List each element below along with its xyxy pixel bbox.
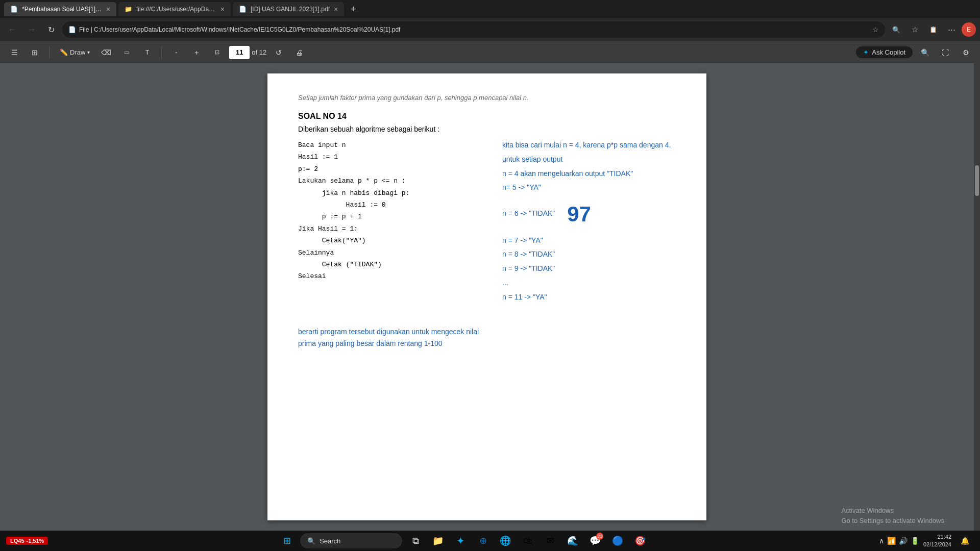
rotate-button[interactable]: ↺ xyxy=(271,44,287,61)
scrollbar-thumb[interactable] xyxy=(975,165,979,196)
tab-title-3: [ID] UAS GANJIL 2023[1].pdf xyxy=(251,6,330,13)
tab-file[interactable]: 📁 file:///C:/Users/user/AppData/Lo... × xyxy=(118,2,231,16)
clock-time: 21:42 xyxy=(923,533,951,541)
select-button[interactable]: ▭ xyxy=(118,44,135,61)
code-block: Baca input n Hasil := 1 p:= 2 Lakukan se… xyxy=(298,139,482,306)
scrollbar[interactable] xyxy=(974,63,980,531)
volume-icon[interactable]: 🔊 xyxy=(899,537,908,545)
mail-taskbar-icon: ✉ xyxy=(547,535,554,546)
activate-line-2: Go to Settings to activate Windows xyxy=(841,516,944,526)
taskbar-chrome2-button[interactable]: 🔵 xyxy=(608,532,627,550)
tab-close-2[interactable]: × xyxy=(220,5,225,13)
taskbar-search-box[interactable]: 🔍 Search xyxy=(300,533,402,548)
big-number: 97 xyxy=(567,202,591,226)
stock-widget[interactable]: LQ45 -1,51% xyxy=(6,537,48,545)
taskbar-explorer-button[interactable]: 📁 xyxy=(429,532,447,550)
edge2-taskbar-icon: 🌊 xyxy=(567,535,578,546)
back-button[interactable]: ← xyxy=(4,21,20,38)
windows-start-button[interactable]: ⊞ xyxy=(278,532,296,550)
taskbar-center: ⊞ 🔍 Search ⧉ 📁 ✦ ⊕ 🌐 🛍 ✉ 🌊 💬 23 xyxy=(51,532,876,550)
page-of-text: of 12 xyxy=(252,48,266,56)
page-navigation: of 12 xyxy=(229,46,266,59)
tab-icon-2: 📁 xyxy=(125,6,132,13)
explorer-icon: 📁 xyxy=(432,535,444,546)
pdf-page-container[interactable]: Setiap jumlah faktor prima yang gundakan… xyxy=(0,63,974,531)
stock-ticker: LQ45 xyxy=(10,538,24,544)
expl-line-8: n = 9 -> "TIDAK" xyxy=(502,263,676,275)
reload-button[interactable]: ↻ xyxy=(43,21,59,38)
chevron-up-icon[interactable]: ∧ xyxy=(879,537,884,545)
draw-icon: ✏️ xyxy=(60,48,68,56)
taskbar-copilot-button[interactable]: ✦ xyxy=(451,532,470,550)
explanation-block: kita bisa cari mulai n = 4, karena p*p s… xyxy=(502,139,676,306)
toolbar-actions: 🔍 ☆ 📋 ⋯ E xyxy=(888,21,976,38)
search-pdf-button[interactable]: 🔍 xyxy=(917,44,933,61)
battery-icon[interactable]: 🔋 xyxy=(911,537,919,545)
taskbar-edge-button[interactable]: ⊕ xyxy=(474,532,492,550)
algorithm-code: Baca input n Hasil := 1 p:= 2 Lakukan se… xyxy=(298,139,482,283)
more-button[interactable]: ⋯ xyxy=(943,21,960,38)
star-icon[interactable]: ☆ xyxy=(872,26,879,34)
activate-windows-watermark: Activate Windows Go to Settings to activ… xyxy=(841,506,944,525)
tab-close-3[interactable]: × xyxy=(334,5,338,13)
tab-icon-1: 📄 xyxy=(10,6,18,13)
expl-line-6: n = 7 -> "YA" xyxy=(502,235,676,247)
taskbar-search-icon: 🔍 xyxy=(307,537,315,545)
tab-close-1[interactable]: × xyxy=(106,5,110,13)
zoom-out-button[interactable]: - xyxy=(168,44,184,61)
whatsapp-badge: 23 xyxy=(596,533,603,540)
soal-title: SOAL NO 14 xyxy=(298,112,676,121)
notification-button[interactable]: 🔔 xyxy=(955,532,974,550)
expl-line-9: ... xyxy=(502,277,676,289)
soal-desc: Diberikan sebuah algoritme sebagai berik… xyxy=(298,125,676,133)
taskbar-search-label: Search xyxy=(320,537,340,545)
content-split: Baca input n Hasil := 1 p:= 2 Lakukan se… xyxy=(298,139,676,306)
collections-button[interactable]: 📋 xyxy=(925,21,941,38)
taskbar-left: LQ45 -1,51% xyxy=(6,537,48,545)
task-view-button[interactable]: ⧉ xyxy=(406,532,425,550)
tab-pembahasan[interactable]: 📄 *Pembahasan Soal UAS[1].pdf × xyxy=(4,2,116,16)
system-tray-icons: ∧ 📶 🔊 🔋 xyxy=(879,537,919,545)
hamburger-button[interactable]: ☰ xyxy=(6,44,22,61)
taskbar-extra-button[interactable]: 🎯 xyxy=(631,532,649,550)
edge-profile[interactable]: E xyxy=(962,22,976,37)
edge-taskbar-icon: ⊕ xyxy=(479,535,487,546)
sidebar-button[interactable]: ⊞ xyxy=(27,44,43,61)
zoom-in-button[interactable]: + xyxy=(188,44,205,61)
forward-button[interactable]: → xyxy=(23,21,40,38)
store-taskbar-icon: 🛍 xyxy=(523,536,532,546)
expl-line-1: kita bisa cari mulai n = 4, karena p*p s… xyxy=(502,139,676,152)
clock-date: 02/12/2024 xyxy=(923,541,951,548)
taskbar-store-button[interactable]: 🛍 xyxy=(519,532,537,550)
favorites-button[interactable]: ☆ xyxy=(906,21,923,38)
pdf-content-area: Setiap jumlah faktor prima yang gundakan… xyxy=(0,63,980,531)
tab-uas[interactable]: 📄 [ID] UAS GANJIL 2023[1].pdf × xyxy=(233,2,344,16)
taskbar-mail-button[interactable]: ✉ xyxy=(541,532,559,550)
top-partial-text: Setiap jumlah faktor prima yang gundakan… xyxy=(298,94,676,102)
fit-page-button[interactable]: ⊡ xyxy=(209,44,225,61)
draw-chevron-icon: ▾ xyxy=(87,49,90,55)
expl-line-10: n = 11 -> "YA" xyxy=(502,291,676,304)
ask-copilot-button[interactable]: ✦ Ask Copilot xyxy=(856,46,913,58)
expl-line-5: n = 6 -> "TIDAK" 97 xyxy=(502,196,676,232)
fullscreen-button[interactable]: ⛶ xyxy=(937,44,953,61)
toolbar-separator-2 xyxy=(161,46,162,59)
zoom-button[interactable]: 🔍 xyxy=(888,21,904,38)
taskbar-clock[interactable]: 21:42 02/12/2024 xyxy=(923,533,951,549)
tab-title-1: *Pembahasan Soal UAS[1].pdf xyxy=(22,6,102,13)
draw-button[interactable]: ✏️ Draw ▾ xyxy=(56,46,94,58)
extra-taskbar-icon: 🎯 xyxy=(634,535,646,546)
taskbar-chrome-button[interactable]: 🌐 xyxy=(496,532,514,550)
page-number-input[interactable] xyxy=(229,46,250,59)
settings-button[interactable]: ⚙ xyxy=(958,44,974,61)
print-button[interactable]: 🖨 xyxy=(291,44,307,61)
text-button[interactable]: T xyxy=(139,44,155,61)
wifi-icon[interactable]: 📶 xyxy=(887,537,896,545)
taskbar-whatsapp-button[interactable]: 💬 23 xyxy=(586,532,604,550)
new-tab-button[interactable]: + xyxy=(346,2,360,16)
taskbar-edge2-button[interactable]: 🌊 xyxy=(564,532,582,550)
bottom-explanation: berarti program tersebut digunakan untuk… xyxy=(298,326,676,350)
browser-controls: ← → ↻ 📄 File | C:/Users/user/AppData/Loc… xyxy=(0,18,980,41)
address-bar[interactable]: 📄 File | C:/Users/user/AppData/Local/Mic… xyxy=(62,21,885,38)
erase-button[interactable]: ⌫ xyxy=(98,44,114,61)
